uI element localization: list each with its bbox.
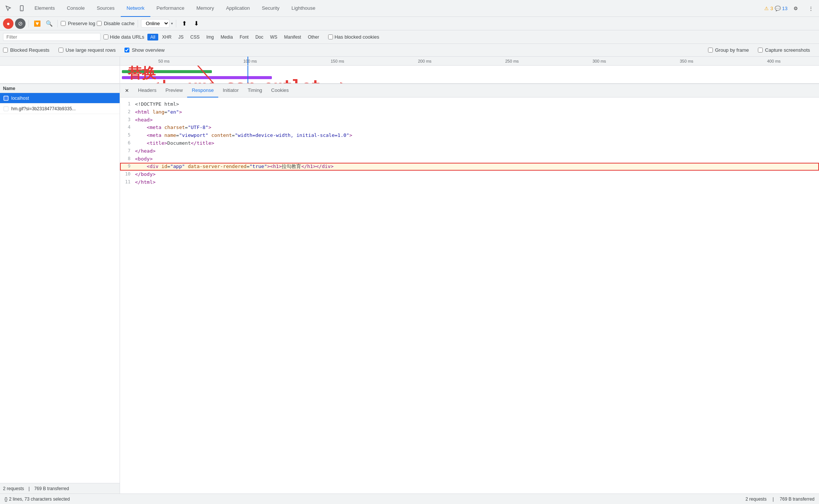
code-line-10: 10 </body> [120, 171, 819, 178]
request-header-label: Name [3, 86, 15, 91]
more-icon[interactable]: ⋮ [804, 2, 818, 15]
large-rows-label[interactable]: Use large request rows [58, 47, 116, 53]
sub-tab-headers[interactable]: Headers [134, 84, 161, 98]
tab-lighthouse[interactable]: Lighthouse [285, 0, 321, 17]
sub-tab-preview[interactable]: Preview [161, 84, 187, 98]
options-bar: Blocked Requests Use large request rows … [0, 44, 819, 57]
tab-memory[interactable]: Memory [190, 0, 220, 17]
group-by-frame-checkbox[interactable] [708, 48, 713, 52]
selection-text: 2 lines, 73 characters selected [9, 496, 70, 502]
toolbar-separator [28, 20, 29, 27]
line-num-3: 3 [120, 116, 135, 124]
blocked-requests-label[interactable]: Blocked Requests [3, 47, 50, 53]
hide-data-urls-checkbox[interactable] [104, 34, 108, 39]
replace-annotation: 替换 [128, 66, 156, 83]
code-view: 1 <!DOCTYPE html> 2 <html lang="en"> 3 <… [120, 98, 819, 494]
show-overview-label[interactable]: Show overview [124, 47, 164, 53]
filter-ws[interactable]: WS [267, 34, 280, 40]
tab-sources[interactable]: Sources [91, 0, 121, 17]
filter-font[interactable]: Font [237, 34, 252, 40]
message-icon: 💬 [775, 6, 781, 11]
tab-network[interactable]: Network [121, 0, 151, 17]
download-button[interactable]: ⬇ [191, 18, 202, 29]
select-icon[interactable] [2, 2, 15, 15]
clear-button[interactable]: ⊘ [15, 18, 26, 29]
filter-js[interactable]: JS [175, 34, 186, 40]
filter-all[interactable]: All [147, 34, 158, 40]
sub-tab-initiator[interactable]: Initiator [218, 84, 243, 98]
request-name-gif: hm.gif?si=3b231847743b9335... [11, 106, 117, 111]
hide-data-urls-label[interactable]: Hide data URLs [104, 34, 144, 40]
tab-security[interactable]: Security [256, 0, 285, 17]
sub-tab-timing[interactable]: Timing [243, 84, 267, 98]
record-button[interactable]: ● [3, 18, 14, 29]
mobile-icon[interactable] [15, 2, 28, 15]
blocked-requests-checkbox[interactable] [3, 48, 8, 52]
filter-media[interactable]: Media [218, 34, 236, 40]
search-button[interactable]: 🔍 [44, 18, 54, 29]
message-badge[interactable]: 💬 13 [775, 6, 788, 11]
line-content-11: </html> [135, 178, 819, 186]
upload-button[interactable]: ⬆ [179, 18, 190, 29]
throttle-select[interactable]: Online [141, 19, 170, 28]
close-response-button[interactable]: ✕ [123, 87, 130, 94]
capture-screenshots-text: Capture screenshots [765, 47, 810, 53]
bottom-transferred: 769 B transferred [780, 496, 814, 502]
timeline-cursor [248, 57, 248, 65]
filter-input[interactable] [3, 33, 100, 41]
disable-cache-checkbox[interactable] [97, 21, 102, 26]
has-blocked-cookies-checkbox[interactable] [328, 34, 333, 39]
line-num-10: 10 [120, 171, 135, 178]
tab-performance[interactable]: Performance [150, 0, 190, 17]
filter-bar: Hide data URLs All XHR JS CSS Img Media … [0, 30, 819, 44]
disable-cache-label[interactable]: Disable cache [97, 21, 135, 26]
arrow-svg [172, 66, 285, 84]
code-line-1: 1 <!DOCTYPE html> [120, 100, 819, 108]
tab-console[interactable]: Console [61, 0, 91, 17]
request-row[interactable]: localhost [0, 93, 120, 104]
request-count: 2 requests [3, 486, 24, 491]
filter-manifest[interactable]: Manifest [281, 34, 304, 40]
filter-icon-button[interactable]: 🔽 [32, 18, 42, 29]
group-by-frame-label[interactable]: Group by frame [708, 47, 749, 53]
preserve-log-text: Preserve log [68, 21, 95, 26]
capture-screenshots-checkbox[interactable] [758, 48, 763, 52]
pretty-print-button[interactable]: {} 2 lines, 73 characters selected [4, 496, 70, 502]
large-rows-checkbox[interactable] [58, 48, 63, 52]
timeline-mark-5: 250 ms [505, 59, 519, 63]
code-line-2: 2 <html lang="en"> [120, 108, 819, 116]
capture-screenshots-label[interactable]: Capture screenshots [758, 47, 810, 53]
img-icon [3, 106, 9, 112]
sub-tab-response[interactable]: Response [187, 84, 218, 98]
show-overview-checkbox[interactable] [124, 48, 129, 52]
transferred-size: 769 B transferred [34, 486, 69, 491]
filter-other[interactable]: Other [305, 34, 322, 40]
line-content-2: <html lang="en"> [135, 108, 819, 116]
settings-icon[interactable]: ⚙ [789, 2, 802, 15]
timeline-cursor-bar [248, 66, 248, 83]
chevron-down-icon: ▾ [171, 21, 173, 26]
filter-css[interactable]: CSS [187, 34, 202, 40]
line-content-6: <title>Document</title> [135, 140, 819, 147]
preserve-log-label[interactable]: Preserve log [61, 21, 95, 26]
has-blocked-cookies-label[interactable]: Has blocked cookies [328, 34, 379, 40]
line-num-8: 8 [120, 155, 135, 163]
code-line-3: 3 <head> [120, 116, 819, 124]
timeline-section: 50 ms 100 ms 150 ms 200 ms 250 ms 300 ms… [0, 57, 819, 84]
preserve-log-checkbox[interactable] [61, 21, 66, 26]
filter-xhr[interactable]: XHR [159, 34, 174, 40]
filter-img[interactable]: Img [203, 34, 217, 40]
request-row[interactable]: hm.gif?si=3b231847743b9335... [0, 104, 120, 114]
filter-doc[interactable]: Doc [252, 34, 266, 40]
line-content-10: </body> [135, 171, 819, 178]
sub-tab-cookies[interactable]: Cookies [267, 84, 293, 98]
code-line-8: 8 <body> [120, 155, 819, 163]
toolbar-separator-3 [138, 20, 138, 27]
disable-cache-text: Disable cache [104, 21, 135, 26]
tab-application[interactable]: Application [220, 0, 256, 17]
tab-elements[interactable]: Elements [28, 0, 61, 17]
warning-badge[interactable]: ⚠ 3 [764, 6, 773, 11]
sub-tabs: ✕ Headers Preview Response Initiator Tim… [120, 84, 819, 98]
timeline-bars: 替换 <!--vue-ssr-outlet--> [0, 66, 819, 84]
bottom-request-count: 2 requests [746, 496, 766, 502]
